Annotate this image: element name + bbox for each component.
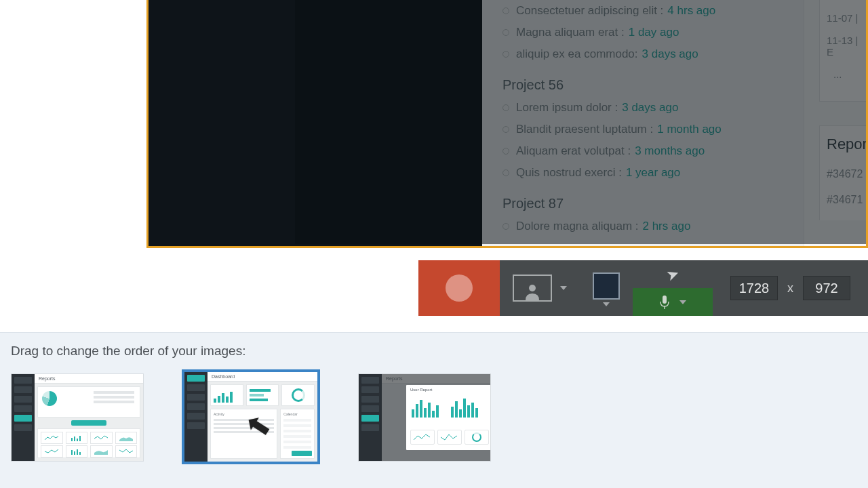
svg-rect-9 bbox=[77, 449, 78, 455]
microphone-toggle[interactable] bbox=[633, 288, 713, 316]
feed-text: Consectetuer adipiscing elit : bbox=[516, 4, 663, 18]
feed-time: 2 hrs ago bbox=[642, 220, 690, 233]
side-reports-box: Report #34672 #34671 bbox=[819, 125, 866, 220]
svg-rect-14 bbox=[226, 396, 229, 403]
svg-rect-4 bbox=[74, 436, 75, 441]
bullet-icon bbox=[502, 148, 509, 155]
chevron-down-icon bbox=[603, 302, 610, 306]
thumbnail-row: Reports bbox=[11, 373, 857, 464]
svg-rect-6 bbox=[79, 436, 81, 441]
thumb-header: Reports bbox=[35, 374, 143, 384]
thumbnail-dashboard-selected[interactable]: Dashboard Activity Calendar bbox=[182, 369, 320, 464]
webcam-toggle[interactable] bbox=[500, 260, 580, 316]
thumb-sidebar bbox=[359, 374, 382, 461]
thumbnail-reports[interactable]: Reports bbox=[11, 373, 144, 462]
feed-text: Blandit praesent luptatum : bbox=[516, 123, 653, 136]
feed-text: Lorem ipsum dolor : bbox=[516, 101, 618, 115]
feed-time: 3 days ago bbox=[642, 47, 698, 61]
cursor-icon: ➤ bbox=[664, 264, 682, 285]
project-heading: Project 56 bbox=[502, 65, 772, 97]
bullet-icon bbox=[502, 169, 509, 176]
project-heading: Project 87 bbox=[502, 184, 772, 216]
svg-rect-3 bbox=[71, 438, 73, 441]
bullet-icon bbox=[502, 7, 509, 14]
feed-item: Magna aliquam erat :1 day ago bbox=[502, 22, 772, 43]
captured-app: Consectetuer adipiscing elit :4 hrs ago … bbox=[149, 0, 866, 246]
feed-item: Dolore magna aliquam :2 hrs ago bbox=[502, 216, 772, 237]
feed-item: Lorem ipsum dolor :3 days ago bbox=[502, 97, 772, 119]
bullet-icon bbox=[502, 51, 509, 58]
chevron-down-icon bbox=[560, 286, 567, 290]
screen-icon bbox=[593, 272, 620, 300]
side-dots: ... bbox=[827, 63, 866, 80]
dimensions-group: x bbox=[713, 260, 868, 316]
webcam-icon bbox=[513, 274, 552, 302]
svg-rect-13 bbox=[222, 393, 224, 403]
recorder-preview-area: Consectetuer adipiscing elit :4 hrs ago … bbox=[0, 0, 868, 332]
svg-rect-15 bbox=[230, 392, 233, 403]
feed-time: 3 days ago bbox=[622, 101, 678, 115]
thumb-modal: User Report bbox=[406, 385, 491, 450]
svg-rect-8 bbox=[74, 451, 75, 455]
thumbnail-panel: Drag to change the order of your images:… bbox=[0, 332, 868, 488]
thumbnail-user-report[interactable]: Reports User Report bbox=[358, 373, 491, 462]
thumb-sidebar bbox=[12, 374, 35, 461]
svg-rect-7 bbox=[71, 450, 73, 455]
thumb-header: Dashboard bbox=[208, 372, 317, 382]
capture-frame: Consectetuer adipiscing elit :4 hrs ago … bbox=[146, 0, 868, 248]
svg-rect-12 bbox=[218, 396, 220, 403]
microphone-icon bbox=[659, 295, 670, 310]
bullet-icon bbox=[502, 104, 509, 111]
side-panel: 11-07 | 11-13 | E ... Report #34672 #346… bbox=[804, 0, 866, 246]
feed-item: Consectetuer adipiscing elit :4 hrs ago bbox=[502, 0, 772, 22]
cursor-toggle[interactable]: ➤ bbox=[633, 260, 713, 288]
width-input[interactable] bbox=[730, 276, 778, 300]
feed-time: 3 months ago bbox=[635, 144, 705, 158]
feed-item: aliquip ex ea commodo:3 days ago bbox=[502, 43, 772, 65]
svg-point-0 bbox=[529, 285, 536, 291]
feed-item: Aliquam erat volutpat :3 months ago bbox=[502, 140, 772, 162]
feed-text: Dolore magna aliquam : bbox=[516, 220, 638, 233]
side-dates-box: 11-07 | 11-13 | E ... bbox=[819, 0, 866, 102]
feed-text: Magna aliquam erat : bbox=[516, 26, 625, 39]
feed-time: 4 hrs ago bbox=[667, 4, 715, 18]
svg-rect-5 bbox=[77, 439, 78, 441]
side-date-row: 11-07 | bbox=[827, 7, 866, 29]
side-report-id: #34671 bbox=[827, 187, 866, 213]
svg-rect-1 bbox=[663, 296, 667, 304]
bullet-icon bbox=[502, 223, 509, 230]
recorder-control-bar: ➤ x bbox=[418, 260, 868, 316]
svg-rect-11 bbox=[214, 399, 216, 403]
thumb-modal-title: User Report bbox=[406, 385, 491, 394]
cursor-mic-group: ➤ bbox=[633, 260, 713, 316]
side-date-row: 11-13 | E bbox=[827, 29, 866, 63]
height-input[interactable] bbox=[803, 276, 850, 300]
chevron-down-icon bbox=[679, 300, 686, 304]
feed-text: aliquip ex ea commodo: bbox=[516, 47, 638, 61]
dimensions-separator: x bbox=[787, 281, 793, 296]
svg-rect-10 bbox=[79, 452, 81, 455]
drag-instruction: Drag to change the order of your images: bbox=[11, 344, 857, 359]
feed-item: Blandit praesent luptatum :1 month ago bbox=[502, 119, 772, 140]
feed-text: Aliquam erat volutpat : bbox=[516, 144, 631, 158]
screen-select[interactable] bbox=[580, 260, 633, 316]
record-icon bbox=[446, 274, 473, 302]
bullet-icon bbox=[502, 126, 509, 133]
feed-time: 1 month ago bbox=[657, 123, 722, 136]
feed-time: 1 day ago bbox=[629, 26, 679, 39]
record-button[interactable] bbox=[418, 260, 500, 316]
thumb-sidebar bbox=[184, 372, 208, 462]
side-reports-title: Report bbox=[827, 136, 866, 161]
feed-text: Quis nostrud exerci : bbox=[516, 166, 622, 180]
activity-feed-panel: Consectetuer adipiscing elit :4 hrs ago … bbox=[482, 0, 866, 246]
feed-item: Quis nostrud exerci :1 year ago bbox=[502, 162, 772, 184]
bullet-icon bbox=[502, 29, 509, 36]
feed-time: 1 year ago bbox=[626, 166, 680, 180]
side-report-id: #34672 bbox=[827, 161, 866, 187]
